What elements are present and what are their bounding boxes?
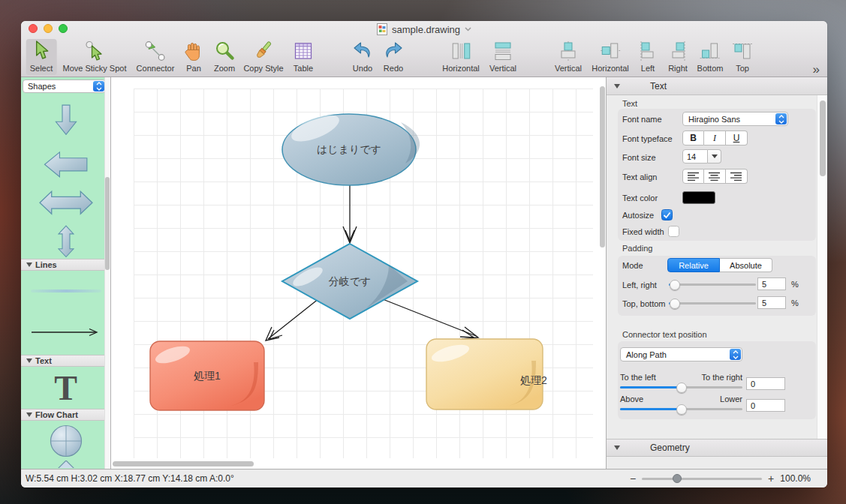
connector-position-dropdown[interactable]: Along Path [620, 347, 742, 362]
flow-node-decision[interactable]: 分岐です [282, 244, 417, 319]
fixed-width-checkbox[interactable] [668, 226, 679, 237]
inspector-panel: Text Text Font name Hiragino Sans Font t… [606, 77, 827, 469]
tool-move-sticky-spot[interactable]: Move Sticky Spot [59, 39, 131, 75]
tool-label: Table [294, 64, 313, 73]
mode-label: Mode [622, 261, 643, 270]
text-tool-item[interactable]: T [54, 371, 77, 406]
shape-category-dropdown[interactable]: Shapes [23, 80, 106, 93]
title-chevron-down-icon[interactable] [465, 27, 471, 32]
mode-relative-button[interactable]: Relative [667, 258, 720, 272]
disclosure-triangle-icon [26, 262, 32, 267]
slider-thumb[interactable] [670, 280, 680, 290]
sidebar-section-text[interactable]: Text [21, 355, 110, 367]
distribute-vertical-icon [492, 40, 514, 62]
left-right-value[interactable]: 5 [757, 278, 786, 290]
autosize-checkbox[interactable] [661, 209, 673, 220]
down-arrow-shape[interactable] [50, 104, 83, 136]
tool-align-vertical-center[interactable]: Vertical [551, 39, 586, 75]
tool-zoom[interactable]: Zoom [209, 39, 239, 75]
tool-table[interactable]: Table [288, 39, 318, 75]
left-right-label: Left, right [622, 280, 657, 290]
toolbar-overflow-chevron[interactable]: » [813, 62, 820, 77]
arrow-line-item[interactable] [30, 328, 102, 337]
document-icon [377, 23, 387, 35]
inspector-section-geometry[interactable]: Geometry [607, 439, 827, 457]
sidebar-scrollbar-thumb[interactable] [105, 177, 110, 270]
zoom-in-button[interactable]: + [768, 472, 774, 484]
vertical-offset-slider[interactable] [620, 408, 742, 410]
zoom-slider[interactable] [642, 478, 762, 480]
up-down-arrow-shape[interactable] [51, 224, 81, 259]
bold-button[interactable]: B [682, 130, 704, 146]
canvas-horizontal-scrollbar[interactable] [113, 461, 254, 466]
font-size-value[interactable]: 14 [682, 149, 708, 164]
sidebar-section-lines[interactable]: Lines [21, 259, 110, 271]
window-header: sample.drawing Select Move Sticky Spot [21, 21, 827, 77]
left-right-slider[interactable] [669, 284, 756, 286]
tool-select[interactable]: Select [26, 39, 57, 75]
align-horizontal-center-icon [599, 40, 622, 62]
flowchart-circle-shape[interactable] [49, 424, 83, 458]
zoom-slider-thumb[interactable] [673, 474, 682, 483]
left-arrow-shape[interactable] [32, 150, 100, 179]
titlebar: sample.drawing [21, 22, 827, 36]
tool-distribute-vertical[interactable]: Vertical [486, 39, 520, 75]
tool-label: Horizontal [592, 64, 629, 73]
section-label: Flow Chart [35, 410, 78, 419]
tool-copy-style[interactable]: Copy Style [239, 39, 287, 75]
font-size-dropdown-button[interactable] [708, 149, 721, 164]
vertical-offset-value[interactable]: 0 [746, 399, 785, 412]
flow-node-process1[interactable]: 処理1 [150, 341, 264, 410]
slider-thumb[interactable] [670, 298, 680, 309]
inspector-scrollbar[interactable] [817, 95, 827, 439]
underline-button[interactable]: U [726, 130, 748, 146]
align-center-button[interactable] [704, 169, 726, 184]
tool-align-bottom[interactable]: Bottom [694, 39, 727, 75]
horizontal-offset-value[interactable]: 0 [746, 377, 785, 390]
slider-thumb[interactable] [676, 404, 687, 415]
redo-icon [382, 40, 405, 62]
tool-label: Undo [353, 64, 372, 73]
drawing-canvas[interactable]: はじまりです 分岐です 処理1 処理2 [111, 77, 606, 469]
canvas-vertical-scrollbar[interactable] [600, 86, 605, 248]
slider-thumb[interactable] [676, 382, 687, 393]
align-right-icon [667, 40, 689, 62]
tool-label: Connector [137, 64, 175, 73]
top-bottom-value[interactable]: 5 [757, 296, 786, 309]
horizontal-offset-slider[interactable] [620, 386, 742, 388]
flowchart-diamond-shape[interactable] [50, 460, 83, 468]
italic-button[interactable]: I [704, 130, 726, 146]
sidebar-scrollbar[interactable] [104, 77, 110, 469]
padding-group-label: Padding [622, 244, 652, 253]
tool-align-top[interactable]: Top [727, 39, 757, 75]
tool-connector[interactable]: Connector [133, 39, 179, 75]
tool-redo[interactable]: Redo [378, 39, 408, 75]
inspector-scrollbar-thumb[interactable] [820, 100, 826, 176]
text-properties-group: Font name Hiragino Sans Font typeface B … [618, 109, 816, 241]
text-color-swatch[interactable] [682, 191, 715, 204]
zoom-out-button[interactable]: − [630, 472, 636, 484]
tool-undo[interactable]: Undo [348, 39, 378, 75]
flow-node-start[interactable]: はじまりです [282, 110, 420, 185]
font-typeface-label: Font typeface [622, 134, 673, 143]
align-left-button[interactable] [682, 169, 704, 184]
connector-text-position-label: Connector text position [622, 330, 707, 339]
sidebar-section-flow-chart[interactable]: Flow Chart [21, 409, 110, 421]
flowchart-drawing: はじまりです 分岐です 処理1 処理2 [111, 77, 606, 469]
tool-align-left[interactable]: Left [633, 39, 663, 75]
flow-chart-palette [21, 422, 110, 469]
tool-distribute-horizontal[interactable]: Horizontal [438, 39, 483, 75]
left-right-arrow-shape[interactable] [26, 188, 106, 218]
autosize-label: Autosize [622, 211, 654, 220]
tool-align-right[interactable]: Right [663, 39, 693, 75]
inspector-section-text[interactable]: Text [607, 77, 827, 95]
mode-absolute-button[interactable]: Absolute [720, 258, 772, 272]
plain-line-item[interactable] [31, 290, 101, 292]
tool-align-horizontal-center[interactable]: Horizontal [588, 39, 633, 75]
top-bottom-slider[interactable] [669, 302, 756, 304]
flow-node-process2[interactable]: 処理2 [426, 339, 547, 410]
font-name-dropdown[interactable]: Hiragino Sans [682, 112, 788, 126]
tool-label: Bottom [697, 64, 724, 73]
tool-pan[interactable]: Pan [179, 39, 209, 75]
align-right-button[interactable] [726, 169, 748, 184]
